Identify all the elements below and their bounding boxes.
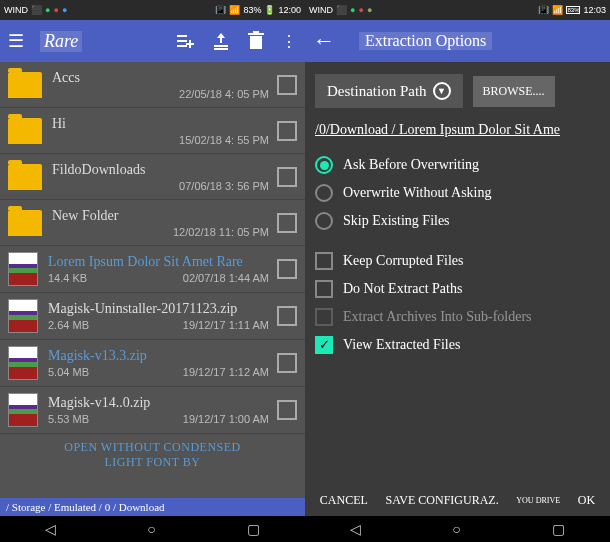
file-date: 19/12/17 1:12 AM xyxy=(183,366,269,378)
destination-path-button[interactable]: Destination Path ▼ xyxy=(315,74,463,108)
file-size: 5.53 MB xyxy=(48,413,89,425)
svg-rect-5 xyxy=(220,38,222,43)
file-list[interactable]: Accs 22/05/18 4: 05 PM Hi 15/02/18 4: 55… xyxy=(0,62,305,516)
status-bar-right: WIND ⬛ ● ● ● 📳 📶 83% 12:03 xyxy=(305,0,610,20)
file-name: Hi xyxy=(52,116,269,132)
file-row[interactable]: Hi 15/02/18 4: 55 PM xyxy=(0,108,305,154)
save-config-button[interactable]: SAVE CONFIGURAZ. xyxy=(386,493,499,508)
svg-rect-1 xyxy=(177,40,187,42)
check-view-extracted[interactable]: ✓ View Extracted Files xyxy=(315,336,600,354)
notif-icon-2: ● xyxy=(62,5,67,15)
svg-rect-2 xyxy=(177,45,187,47)
file-date: 02/07/18 1:44 AM xyxy=(183,272,269,284)
file-name: Lorem Ipsum Dolor Sit Amet Rare xyxy=(48,254,269,270)
rar-icon xyxy=(8,393,38,427)
path-bar[interactable]: / Storage / Emulated / 0 / Download xyxy=(0,498,305,516)
svg-rect-10 xyxy=(253,31,259,33)
file-row[interactable]: Accs 22/05/18 4: 05 PM xyxy=(0,62,305,108)
battery-icon: 🔋 xyxy=(264,5,275,15)
signal-icon: 📶 xyxy=(552,5,563,15)
nav-recent[interactable]: ▢ xyxy=(552,521,565,537)
extract-icon[interactable] xyxy=(211,31,231,51)
svg-rect-8 xyxy=(250,36,262,49)
file-checkbox[interactable] xyxy=(277,306,297,326)
file-checkbox[interactable] xyxy=(277,400,297,420)
signal-icon: 📶 xyxy=(229,5,240,15)
nav-recent[interactable]: ▢ xyxy=(247,521,260,537)
browse-button[interactable]: BROWSE.... xyxy=(473,76,555,107)
folder-icon xyxy=(8,164,42,190)
file-checkbox[interactable] xyxy=(277,167,297,187)
back-arrow-icon[interactable]: ← xyxy=(313,28,335,54)
radio-icon xyxy=(315,212,333,230)
ok-button[interactable]: OK xyxy=(578,493,595,508)
radio-icon xyxy=(315,184,333,202)
carrier-label: WIND xyxy=(309,5,333,15)
clock: 12:03 xyxy=(583,5,606,15)
hamburger-icon[interactable]: ☰ xyxy=(8,30,24,52)
file-row[interactable]: New Folder 12/02/18 11: 05 PM xyxy=(0,200,305,246)
svg-rect-6 xyxy=(214,45,228,47)
cancel-button[interactable]: CANCEL xyxy=(320,493,368,508)
chevron-down-icon: ▼ xyxy=(433,82,451,100)
file-checkbox[interactable] xyxy=(277,353,297,373)
file-row[interactable]: FildoDownloads 07/06/18 3: 56 PM xyxy=(0,154,305,200)
left-pane: WIND ⬛ ● ● ● 📳 📶 83% 🔋 12:00 ☰ Rare ⋮ xyxy=(0,0,305,542)
file-checkbox[interactable] xyxy=(277,75,297,95)
nav-back[interactable]: ◁ xyxy=(350,521,361,537)
checkbox-icon xyxy=(315,252,333,270)
panel-title: Extraction Options xyxy=(359,32,492,50)
file-row[interactable]: Lorem Ipsum Dolor Sit Amet Rare 14.4 KB0… xyxy=(0,246,305,293)
clock: 12:00 xyxy=(278,5,301,15)
folder-icon xyxy=(8,72,42,98)
radio-ask-before-overwriting[interactable]: Ask Before Overwriting xyxy=(315,156,600,174)
checkbox-icon xyxy=(315,308,333,326)
notif-icon-2: ● xyxy=(367,5,372,15)
options-body: Destination Path ▼ BROWSE.... /0/Downloa… xyxy=(305,62,610,376)
vibrate-icon: 📳 xyxy=(538,5,549,15)
file-date: 19/12/17 1:11 AM xyxy=(183,319,269,331)
rar-icon xyxy=(8,299,38,333)
svg-rect-7 xyxy=(214,48,228,50)
checkbox-icon xyxy=(315,280,333,298)
trash-icon[interactable] xyxy=(247,31,265,51)
notif-icon: ● xyxy=(53,5,58,15)
file-checkbox[interactable] xyxy=(277,121,297,141)
app-icon: ⬛ xyxy=(336,5,347,15)
app-icon: ⬛ xyxy=(31,5,42,15)
file-row[interactable]: Magisk-v13.3.zip 5.04 MB19/12/17 1:12 AM xyxy=(0,340,305,387)
folder-icon xyxy=(8,210,42,236)
file-checkbox[interactable] xyxy=(277,213,297,233)
nav-bar-right: ◁ ○ ▢ xyxy=(305,516,610,542)
radio-skip-existing-files[interactable]: Skip Existing Files xyxy=(315,212,600,230)
app-title: Rare xyxy=(40,31,82,52)
add-icon[interactable] xyxy=(175,31,195,51)
overflow-icon[interactable]: ⋮ xyxy=(281,32,297,51)
file-size: 2.64 MB xyxy=(48,319,89,331)
file-date: 07/06/18 3: 56 PM xyxy=(179,180,269,192)
file-name: FildoDownloads xyxy=(52,162,269,178)
check-no-extract-paths[interactable]: Do Not Extract Paths xyxy=(315,280,600,298)
file-date: 19/12/17 1:00 AM xyxy=(183,413,269,425)
file-date: 15/02/18 4: 55 PM xyxy=(179,134,269,146)
check-keep-corrupted[interactable]: Keep Corrupted Files xyxy=(315,252,600,270)
file-row[interactable]: Magisk-v14..0.zip 5.53 MB19/12/17 1:00 A… xyxy=(0,387,305,434)
file-size: 14.4 KB xyxy=(48,272,87,284)
open-without-row[interactable]: OPEN WITHOUT CONDENSED LIGHT FONT BY xyxy=(0,434,305,476)
svg-rect-9 xyxy=(248,33,264,35)
file-name: Magisk-Uninstaller-20171123.zip xyxy=(48,301,269,317)
radio-overwrite-without-asking[interactable]: Overwrite Without Asking xyxy=(315,184,600,202)
svg-rect-0 xyxy=(177,35,187,37)
notif-icon: ● xyxy=(358,5,363,15)
nav-back[interactable]: ◁ xyxy=(45,521,56,537)
check-extract-subfolders: Extract Archives Into Sub-folders xyxy=(315,308,600,326)
nav-home[interactable]: ○ xyxy=(147,521,155,537)
file-name: Magisk-v13.3.zip xyxy=(48,348,269,364)
destination-path-text[interactable]: /0/Download / Lorem Ipsum Dolor Sit Ame xyxy=(315,122,600,138)
radio-icon xyxy=(315,156,333,174)
nav-home[interactable]: ○ xyxy=(452,521,460,537)
whatsapp-icon: ● xyxy=(45,5,50,15)
file-row[interactable]: Magisk-Uninstaller-20171123.zip 2.64 MB1… xyxy=(0,293,305,340)
file-checkbox[interactable] xyxy=(277,259,297,279)
you-drive-button[interactable]: YOU DRIVE xyxy=(516,496,560,505)
